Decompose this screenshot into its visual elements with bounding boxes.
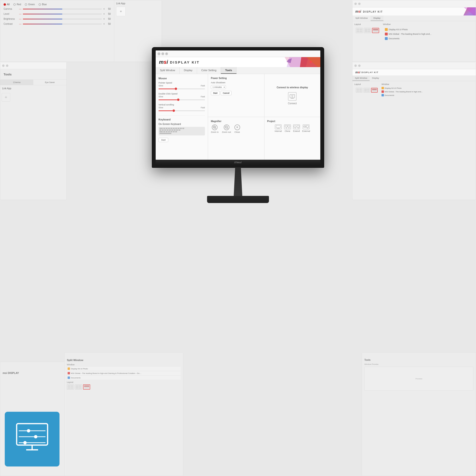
- bg-right-layout-1[interactable]: [356, 88, 362, 93]
- close-label: Close: [235, 131, 240, 133]
- bg-bottom-layout-2[interactable]: [75, 384, 82, 390]
- bg-window-item-1: Display Kit UI Photo: [385, 27, 472, 32]
- bg-cinema-tab[interactable]: Cinema: [0, 80, 33, 85]
- bg-right-layout-2[interactable]: [363, 88, 370, 93]
- zoom-out-item[interactable]: Zoom out: [222, 124, 231, 133]
- external-label: External: [302, 130, 310, 132]
- connect-icon: [288, 92, 297, 101]
- power-buttons: Start Cancel: [211, 91, 261, 95]
- double-click-slider[interactable]: [158, 98, 205, 101]
- monitor-stand-base: [207, 196, 269, 203]
- bg-right-app-title: DISPLAY KIT: [363, 11, 383, 13]
- close-item[interactable]: × Close: [235, 124, 240, 133]
- link-app-add-button[interactable]: +: [116, 7, 126, 16]
- bg-add-button-left[interactable]: +: [2, 93, 10, 102]
- tab-tools[interactable]: Tools: [221, 67, 237, 74]
- connect-label: Connect: [288, 102, 297, 105]
- svg-rect-36: [17, 424, 48, 445]
- bg-color-setting-panel: All Red Green Blue Gamma —: [0, 0, 162, 62]
- internal-item[interactable]: Internal: [275, 124, 282, 132]
- bg-layout-item-selected[interactable]: [372, 28, 379, 33]
- tab-color-setting[interactable]: Color Setting: [197, 67, 221, 74]
- bg-window-item-3: Documents: [385, 36, 472, 41]
- close-button[interactable]: ×: [165, 52, 168, 55]
- bg-right-layout-label: Layout: [354, 83, 379, 85]
- bg-right-window-label: Window: [381, 83, 474, 85]
- bg-layout-item-1[interactable]: [356, 28, 363, 33]
- tab-split-window[interactable]: Split Window: [156, 67, 180, 74]
- bg-right-layout-selected[interactable]: [371, 88, 378, 93]
- power-start-button[interactable]: Start: [211, 91, 220, 95]
- bg-bottom-win-1: Display Kit UI Photo: [67, 367, 181, 371]
- bg-left-min-btn: [2, 65, 4, 67]
- external-item[interactable]: External: [302, 124, 310, 132]
- minimize-button[interactable]: —: [157, 52, 160, 55]
- zoom-in-item[interactable]: Zoom in: [211, 124, 219, 133]
- svg-point-40: [27, 429, 30, 432]
- app-nav-tabs: Split Window Display Color Setting Tools: [156, 67, 320, 74]
- all-radio-label: All: [7, 3, 10, 6]
- bg-window-title: Window: [383, 23, 474, 25]
- svg-point-8: [292, 97, 292, 97]
- svg-rect-20: [288, 125, 290, 127]
- bg-link-app-title-left: Link App: [0, 85, 67, 92]
- bg-split-window-tab[interactable]: Split Window: [353, 16, 371, 21]
- svg-rect-16: [276, 125, 280, 128]
- bg-bottom-split-title: Split Window: [67, 359, 181, 361]
- bg-right-split-tab[interactable]: Split Window: [353, 76, 370, 81]
- extend-label: Extend: [293, 130, 300, 132]
- svg-point-4: [310, 61, 312, 63]
- monitor-bottom-edge: ///msi: [156, 160, 320, 165]
- gamma-value: 50: [105, 8, 111, 10]
- bg-layout-title: Layout: [354, 23, 381, 25]
- bg-left-panel: Tools Cinema Eye Saver Link App +: [0, 62, 67, 200]
- connect-title: Connect to wireless display: [276, 86, 308, 89]
- bg-right-window-1: Display Kit UI Photo: [381, 86, 474, 90]
- clone-item[interactable]: Clone: [284, 124, 291, 132]
- power-setting-title: Power Setting: [211, 77, 261, 80]
- bg-left-close-btn: [6, 65, 8, 67]
- on-screen-keyboard-label: On-Screen Keyboard: [158, 123, 205, 125]
- bg-bottom-right-preview-label: Window Preview: [364, 363, 473, 365]
- tab-display[interactable]: Display: [180, 67, 197, 74]
- green-radio-label: Green: [28, 3, 35, 6]
- bg-display-tab[interactable]: Display: [371, 16, 383, 21]
- right-panel: Power Setting Auto Shutdown 1 minutes St…: [208, 74, 320, 160]
- bg-bottom-layout-1[interactable]: [67, 384, 74, 390]
- contrast-value: 50: [105, 23, 111, 25]
- svg-line-15: [227, 128, 228, 129]
- power-cancel-button[interactable]: Cancel: [221, 91, 232, 95]
- gamma-label: Gamma: [3, 8, 19, 10]
- bg-right-display-tab[interactable]: Display: [370, 76, 381, 81]
- mouse-section-title: Mouse: [158, 77, 205, 80]
- header-decoration: [266, 57, 320, 67]
- msi-logo-monitor: ///msi: [234, 161, 242, 164]
- vertical-scroll-label: Vertical scrolling: [158, 103, 205, 106]
- auto-shutdown-dropdown[interactable]: 1 minutes: [211, 85, 226, 89]
- zoom-in-icon: [212, 124, 218, 130]
- extend-item[interactable]: Extend: [293, 124, 300, 132]
- svg-line-12: [215, 128, 216, 129]
- auto-shutdown-label: Auto Shutdown: [211, 81, 225, 84]
- bg-window-preview: Preview: [364, 367, 473, 391]
- keyboard-start-button[interactable]: Start: [158, 138, 168, 142]
- magnifier-section: Magnifier: [208, 117, 264, 160]
- app-header: msi DISPLAY KIT: [156, 57, 320, 67]
- project-section: Project: [264, 117, 321, 160]
- bg-layout-item-2[interactable]: [364, 28, 371, 33]
- bg-bottom-window-label: Window: [67, 363, 181, 366]
- bg-eye-saver-tab[interactable]: Eye Saver: [33, 80, 67, 85]
- magnifier-close-icon: ×: [235, 124, 240, 130]
- zoom-out-icon: [224, 124, 229, 130]
- vertical-scroll-slider[interactable]: [158, 109, 205, 112]
- clone-icon: [284, 124, 291, 129]
- pointer-speed-slider[interactable]: [158, 87, 205, 90]
- level-label: Level: [3, 13, 19, 15]
- bg-bottom-layout-selected[interactable]: [83, 384, 90, 390]
- monitor-stand-neck: [231, 167, 245, 196]
- bg-right-min-btn: [354, 65, 357, 67]
- maximize-button[interactable]: □: [161, 52, 164, 55]
- double-click-label: Double-Click Speed: [158, 93, 205, 95]
- connect-section: Connect to wireless display: [264, 74, 321, 117]
- app-icon-box: [5, 412, 60, 466]
